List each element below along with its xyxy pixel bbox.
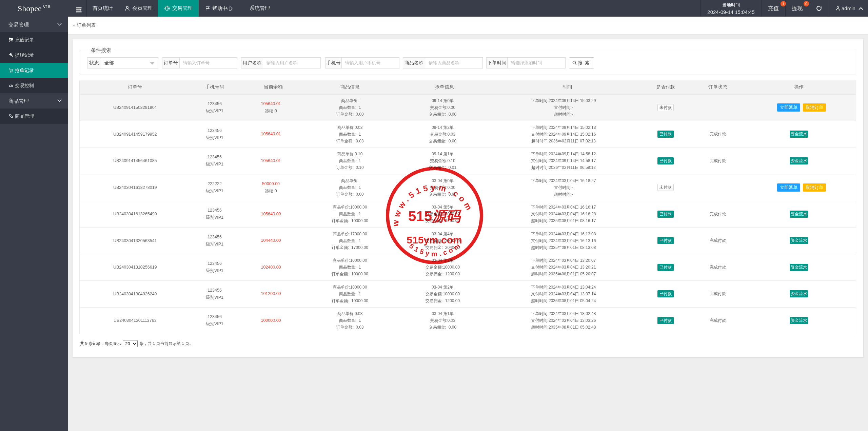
svg-text:515源码: 515源码 <box>408 208 462 224</box>
svg-text:515ym.com: 515ym.com <box>407 234 462 246</box>
